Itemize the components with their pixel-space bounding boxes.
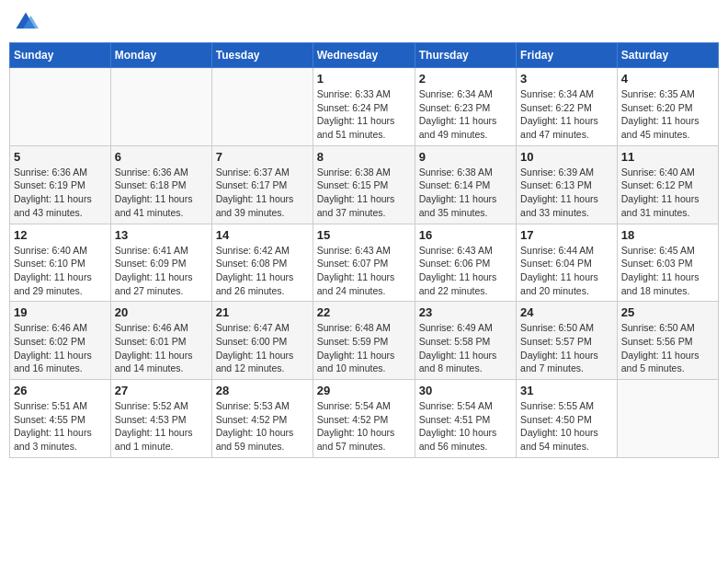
day-info: Sunrise: 6:41 AM Sunset: 6:09 PM Dayligh… bbox=[115, 244, 208, 298]
day-info: Sunrise: 6:43 AM Sunset: 6:07 PM Dayligh… bbox=[317, 244, 411, 298]
day-number: 7 bbox=[216, 150, 309, 164]
day-number: 12 bbox=[14, 228, 107, 242]
calendar-cell: 26Sunrise: 5:51 AM Sunset: 4:55 PM Dayli… bbox=[10, 380, 111, 458]
calendar-cell bbox=[211, 68, 313, 146]
calendar-cell: 14Sunrise: 6:42 AM Sunset: 6:08 PM Dayli… bbox=[211, 224, 313, 302]
day-info: Sunrise: 6:34 AM Sunset: 6:23 PM Dayligh… bbox=[419, 87, 512, 142]
day-number: 11 bbox=[621, 150, 714, 164]
calendar-week-4: 19Sunrise: 6:46 AM Sunset: 6:02 PM Dayli… bbox=[10, 302, 719, 380]
day-header-sunday: Sunday bbox=[10, 43, 111, 68]
calendar-week-1: 1Sunrise: 6:33 AM Sunset: 6:24 PM Daylig… bbox=[10, 68, 719, 146]
calendar-cell: 3Sunrise: 6:34 AM Sunset: 6:22 PM Daylig… bbox=[517, 68, 618, 146]
day-header-friday: Friday bbox=[517, 43, 618, 68]
day-info: Sunrise: 6:33 AM Sunset: 6:24 PM Dayligh… bbox=[317, 87, 411, 142]
day-header-thursday: Thursday bbox=[415, 43, 516, 68]
calendar-cell: 17Sunrise: 6:44 AM Sunset: 6:04 PM Dayli… bbox=[517, 224, 618, 302]
day-number: 10 bbox=[520, 150, 613, 164]
calendar-cell: 9Sunrise: 6:38 AM Sunset: 6:14 PM Daylig… bbox=[415, 145, 516, 224]
day-info: Sunrise: 6:48 AM Sunset: 5:59 PM Dayligh… bbox=[317, 321, 411, 375]
day-number: 2 bbox=[419, 72, 512, 86]
day-info: Sunrise: 6:46 AM Sunset: 6:01 PM Dayligh… bbox=[115, 321, 208, 375]
calendar-table: SundayMondayTuesdayWednesdayThursdayFrid… bbox=[9, 42, 719, 458]
day-number: 28 bbox=[216, 384, 309, 397]
calendar-cell: 10Sunrise: 6:39 AM Sunset: 6:13 PM Dayli… bbox=[517, 145, 618, 224]
day-info: Sunrise: 5:54 AM Sunset: 4:51 PM Dayligh… bbox=[419, 399, 512, 454]
calendar-cell bbox=[617, 380, 718, 458]
day-header-wednesday: Wednesday bbox=[313, 43, 415, 68]
calendar-cell: 30Sunrise: 5:54 AM Sunset: 4:51 PM Dayli… bbox=[415, 380, 516, 458]
day-info: Sunrise: 6:50 AM Sunset: 5:57 PM Dayligh… bbox=[520, 321, 613, 375]
day-number: 24 bbox=[520, 305, 613, 319]
day-info: Sunrise: 6:49 AM Sunset: 5:58 PM Dayligh… bbox=[419, 321, 512, 375]
logo-icon bbox=[13, 9, 39, 35]
calendar-cell: 28Sunrise: 5:53 AM Sunset: 4:52 PM Dayli… bbox=[211, 380, 313, 458]
day-number: 16 bbox=[419, 228, 512, 242]
calendar-cell: 11Sunrise: 6:40 AM Sunset: 6:12 PM Dayli… bbox=[617, 145, 718, 224]
day-info: Sunrise: 6:36 AM Sunset: 6:19 PM Dayligh… bbox=[14, 166, 107, 220]
day-number: 23 bbox=[419, 305, 512, 319]
day-info: Sunrise: 6:38 AM Sunset: 6:15 PM Dayligh… bbox=[317, 166, 411, 220]
calendar-cell: 25Sunrise: 6:50 AM Sunset: 5:56 PM Dayli… bbox=[617, 302, 718, 380]
calendar-cell bbox=[10, 68, 111, 146]
calendar-cell: 6Sunrise: 6:36 AM Sunset: 6:18 PM Daylig… bbox=[110, 145, 211, 224]
calendar-cell: 20Sunrise: 6:46 AM Sunset: 6:01 PM Dayli… bbox=[110, 302, 211, 380]
calendar-cell: 27Sunrise: 5:52 AM Sunset: 4:53 PM Dayli… bbox=[110, 380, 211, 458]
calendar-cell: 22Sunrise: 6:48 AM Sunset: 5:59 PM Dayli… bbox=[313, 302, 415, 380]
day-header-monday: Monday bbox=[110, 43, 211, 68]
day-info: Sunrise: 6:47 AM Sunset: 6:00 PM Dayligh… bbox=[216, 321, 309, 375]
calendar-cell: 31Sunrise: 5:55 AM Sunset: 4:50 PM Dayli… bbox=[517, 380, 618, 458]
calendar-week-5: 26Sunrise: 5:51 AM Sunset: 4:55 PM Dayli… bbox=[10, 380, 719, 458]
calendar-cell: 18Sunrise: 6:45 AM Sunset: 6:03 PM Dayli… bbox=[617, 224, 718, 302]
day-number: 6 bbox=[115, 150, 208, 164]
calendar-cell: 8Sunrise: 6:38 AM Sunset: 6:15 PM Daylig… bbox=[313, 145, 415, 224]
calendar-cell: 21Sunrise: 6:47 AM Sunset: 6:00 PM Dayli… bbox=[211, 302, 313, 380]
day-info: Sunrise: 6:46 AM Sunset: 6:02 PM Dayligh… bbox=[14, 321, 107, 375]
logo bbox=[13, 9, 42, 35]
calendar-cell: 13Sunrise: 6:41 AM Sunset: 6:09 PM Dayli… bbox=[110, 224, 211, 302]
day-number: 15 bbox=[317, 228, 411, 242]
calendar-cell: 5Sunrise: 6:36 AM Sunset: 6:19 PM Daylig… bbox=[10, 145, 111, 224]
calendar-cell: 7Sunrise: 6:37 AM Sunset: 6:17 PM Daylig… bbox=[211, 145, 313, 224]
calendar-cell: 1Sunrise: 6:33 AM Sunset: 6:24 PM Daylig… bbox=[313, 68, 415, 146]
day-number: 5 bbox=[14, 150, 107, 164]
day-info: Sunrise: 6:36 AM Sunset: 6:18 PM Dayligh… bbox=[115, 166, 208, 220]
day-number: 31 bbox=[520, 384, 613, 397]
calendar-cell: 4Sunrise: 6:35 AM Sunset: 6:20 PM Daylig… bbox=[617, 68, 718, 146]
page-header bbox=[9, 9, 719, 35]
calendar-week-2: 5Sunrise: 6:36 AM Sunset: 6:19 PM Daylig… bbox=[10, 145, 719, 224]
calendar-cell: 24Sunrise: 6:50 AM Sunset: 5:57 PM Dayli… bbox=[517, 302, 618, 380]
day-number: 4 bbox=[621, 72, 714, 86]
day-info: Sunrise: 6:37 AM Sunset: 6:17 PM Dayligh… bbox=[216, 166, 309, 220]
calendar-header-row: SundayMondayTuesdayWednesdayThursdayFrid… bbox=[10, 43, 719, 68]
day-info: Sunrise: 6:50 AM Sunset: 5:56 PM Dayligh… bbox=[621, 321, 714, 375]
day-info: Sunrise: 6:44 AM Sunset: 6:04 PM Dayligh… bbox=[520, 244, 613, 298]
day-info: Sunrise: 6:40 AM Sunset: 6:12 PM Dayligh… bbox=[621, 166, 714, 220]
day-number: 1 bbox=[317, 72, 411, 86]
calendar-cell: 23Sunrise: 6:49 AM Sunset: 5:58 PM Dayli… bbox=[415, 302, 516, 380]
calendar-cell: 16Sunrise: 6:43 AM Sunset: 6:06 PM Dayli… bbox=[415, 224, 516, 302]
day-number: 18 bbox=[621, 228, 714, 242]
day-number: 3 bbox=[520, 72, 613, 86]
day-info: Sunrise: 5:52 AM Sunset: 4:53 PM Dayligh… bbox=[115, 399, 208, 454]
day-number: 13 bbox=[115, 228, 208, 242]
day-number: 30 bbox=[419, 384, 512, 397]
day-number: 27 bbox=[115, 384, 208, 397]
day-number: 17 bbox=[520, 228, 613, 242]
day-number: 25 bbox=[621, 305, 714, 319]
day-info: Sunrise: 5:53 AM Sunset: 4:52 PM Dayligh… bbox=[216, 399, 309, 454]
day-number: 22 bbox=[317, 305, 411, 319]
calendar-cell: 19Sunrise: 6:46 AM Sunset: 6:02 PM Dayli… bbox=[10, 302, 111, 380]
day-number: 20 bbox=[115, 305, 208, 319]
day-number: 9 bbox=[419, 150, 512, 164]
day-info: Sunrise: 6:38 AM Sunset: 6:14 PM Dayligh… bbox=[419, 166, 512, 220]
day-number: 8 bbox=[317, 150, 411, 164]
day-info: Sunrise: 6:39 AM Sunset: 6:13 PM Dayligh… bbox=[520, 166, 613, 220]
day-header-saturday: Saturday bbox=[617, 43, 718, 68]
calendar-cell: 29Sunrise: 5:54 AM Sunset: 4:52 PM Dayli… bbox=[313, 380, 415, 458]
calendar-cell: 15Sunrise: 6:43 AM Sunset: 6:07 PM Dayli… bbox=[313, 224, 415, 302]
day-number: 29 bbox=[317, 384, 411, 397]
day-number: 21 bbox=[216, 305, 309, 319]
calendar-week-3: 12Sunrise: 6:40 AM Sunset: 6:10 PM Dayli… bbox=[10, 224, 719, 302]
day-info: Sunrise: 6:45 AM Sunset: 6:03 PM Dayligh… bbox=[621, 244, 714, 298]
day-header-tuesday: Tuesday bbox=[211, 43, 313, 68]
